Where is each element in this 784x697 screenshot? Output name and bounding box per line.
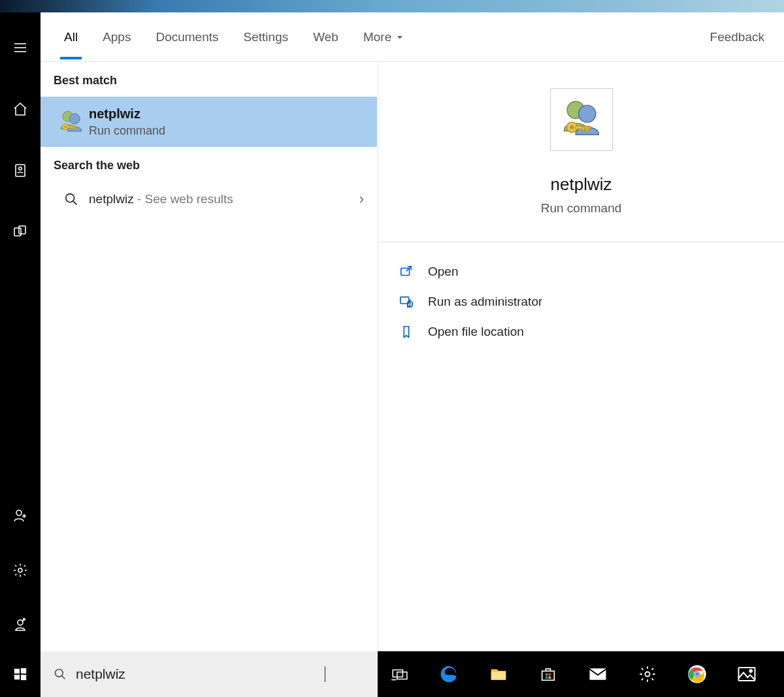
home-icon[interactable] xyxy=(5,93,36,125)
best-match-title: netplwiz xyxy=(89,106,165,122)
svg-point-13 xyxy=(69,114,80,124)
svg-point-22 xyxy=(578,105,595,122)
search-web-label: Search the web xyxy=(41,147,377,182)
svg-rect-26 xyxy=(586,126,588,132)
notebook-icon[interactable] xyxy=(5,155,36,186)
chevron-right-icon: › xyxy=(359,191,364,208)
chevron-down-icon xyxy=(395,33,404,42)
search-content: All Apps Documents Settings Web More Fee… xyxy=(41,12,784,651)
search-input[interactable] xyxy=(76,666,324,682)
web-result-query: netplwiz xyxy=(89,192,134,206)
svg-rect-42 xyxy=(549,673,551,676)
svg-point-15 xyxy=(65,125,67,128)
chrome-icon[interactable] xyxy=(687,664,707,684)
desktop-top-edge xyxy=(0,0,784,12)
svg-point-4 xyxy=(19,167,22,170)
svg-line-35 xyxy=(62,676,65,679)
preview-title: netplwiz xyxy=(551,174,612,195)
web-result-hint: - See web results xyxy=(134,192,233,206)
taskbar-row xyxy=(0,651,784,697)
hamburger-icon[interactable] xyxy=(5,32,36,63)
file-explorer-icon[interactable] xyxy=(489,664,508,684)
web-result-item[interactable]: netplwiz - See web results › xyxy=(41,182,377,217)
profile-icon[interactable] xyxy=(5,609,36,641)
search-filter-tabs: All Apps Documents Settings Web More Fee… xyxy=(41,12,784,62)
svg-rect-5 xyxy=(14,228,21,236)
windows-search-panel: All Apps Documents Settings Web More Fee… xyxy=(0,0,784,697)
task-view-icon[interactable] xyxy=(389,664,409,684)
svg-rect-40 xyxy=(542,671,555,680)
main-area: All Apps Documents Settings Web More Fee… xyxy=(0,12,784,651)
photos-icon[interactable] xyxy=(737,664,757,684)
settings-gear-icon[interactable] xyxy=(5,555,36,586)
svg-rect-32 xyxy=(14,675,20,679)
action-open-location-label: Open file location xyxy=(428,325,524,339)
svg-point-34 xyxy=(56,670,63,677)
svg-rect-18 xyxy=(72,126,73,129)
best-match-label: Best match xyxy=(41,62,377,97)
web-result-text: netplwiz - See web results xyxy=(89,192,233,206)
tab-more-label: More xyxy=(363,30,391,44)
svg-rect-31 xyxy=(21,668,26,673)
add-user-icon[interactable] xyxy=(5,500,36,531)
text-caret xyxy=(325,666,325,682)
taskbar-search-box[interactable] xyxy=(41,651,378,697)
search-panels: Best match xyxy=(41,62,784,651)
svg-rect-36 xyxy=(393,670,402,677)
svg-rect-43 xyxy=(546,677,548,679)
action-open-label: Open xyxy=(428,265,458,279)
svg-point-52 xyxy=(749,670,752,672)
best-match-result[interactable]: netplwiz Run command xyxy=(41,97,377,147)
preview-actions: Open Run as administrator Open file loca… xyxy=(378,242,784,347)
svg-rect-27 xyxy=(582,126,584,131)
search-left-rail xyxy=(0,12,41,651)
left-rail-bottom xyxy=(5,500,36,641)
svg-point-50 xyxy=(696,673,699,676)
tab-documents[interactable]: Documents xyxy=(155,16,218,59)
action-open-file-location[interactable]: Open file location xyxy=(399,317,784,347)
svg-rect-37 xyxy=(397,672,407,679)
svg-rect-41 xyxy=(546,673,548,676)
svg-line-20 xyxy=(73,201,77,205)
tab-web[interactable]: Web xyxy=(313,16,338,59)
tab-apps[interactable]: Apps xyxy=(103,16,131,59)
best-match-text: netplwiz Run command xyxy=(89,106,165,138)
microsoft-store-icon[interactable] xyxy=(538,664,558,684)
search-icon xyxy=(54,192,89,206)
preview-pane: netplwiz Run command Open Run as adminis… xyxy=(378,62,784,651)
svg-rect-39 xyxy=(491,672,506,680)
action-run-admin-label: Run as administrator xyxy=(428,295,542,309)
user-accounts-icon xyxy=(54,108,89,136)
taskbar xyxy=(378,651,784,697)
left-rail-top xyxy=(5,32,36,248)
search-icon xyxy=(54,668,67,681)
windows-logo-icon xyxy=(13,667,27,681)
edge-browser-icon[interactable] xyxy=(439,664,459,684)
action-run-as-admin[interactable]: Run as administrator xyxy=(399,287,784,317)
settings-icon[interactable] xyxy=(638,664,657,684)
svg-rect-17 xyxy=(74,126,75,129)
svg-rect-33 xyxy=(21,675,26,680)
svg-point-24 xyxy=(570,125,574,129)
action-open[interactable]: Open xyxy=(399,257,784,287)
mail-icon[interactable] xyxy=(588,664,608,684)
tab-settings[interactable]: Settings xyxy=(244,16,289,59)
svg-point-7 xyxy=(16,510,22,515)
collections-icon[interactable] xyxy=(5,216,36,248)
best-match-subtitle: Run command xyxy=(89,124,165,138)
results-column: Best match xyxy=(41,62,378,651)
feedback-link[interactable]: Feedback xyxy=(710,30,764,44)
start-button[interactable] xyxy=(0,651,41,697)
svg-rect-30 xyxy=(14,669,20,673)
svg-point-10 xyxy=(18,568,22,572)
svg-rect-6 xyxy=(19,226,25,234)
tab-more[interactable]: More xyxy=(363,16,404,59)
svg-rect-51 xyxy=(739,668,755,681)
preview-app-icon xyxy=(550,88,613,151)
svg-rect-44 xyxy=(549,677,551,679)
tab-all[interactable]: All xyxy=(64,16,78,59)
preview-subtitle: Run command xyxy=(541,201,622,216)
svg-rect-45 xyxy=(590,668,606,680)
svg-point-19 xyxy=(66,194,74,203)
svg-point-46 xyxy=(645,672,650,677)
